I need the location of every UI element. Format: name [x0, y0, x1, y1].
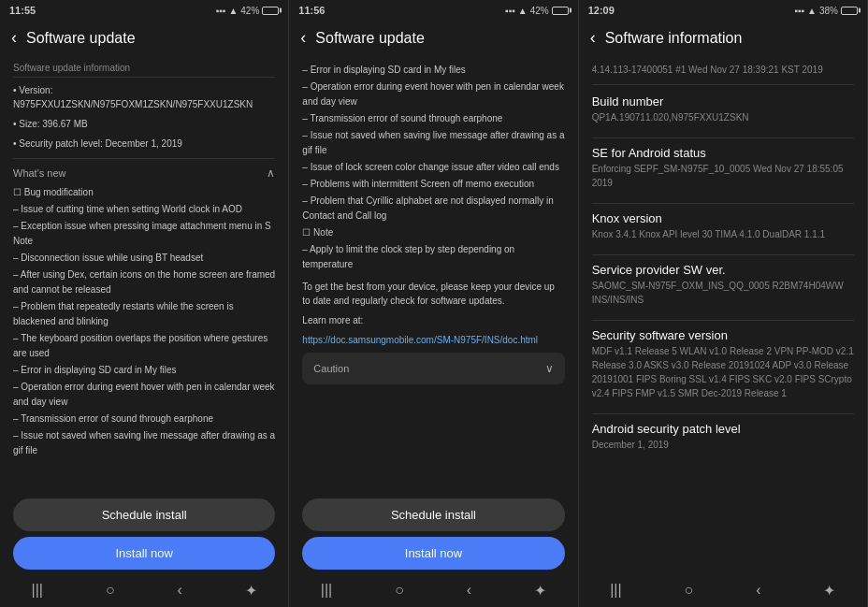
chevron-down-icon[interactable]: ∨	[545, 362, 554, 375]
learn-more-url[interactable]: https://doc.samsungmobile.com/SM-N975F/I…	[302, 333, 564, 347]
learn-more-label: Learn more at:	[302, 313, 564, 327]
divider-3d	[592, 320, 854, 321]
whats-new-header: What's new ∧	[13, 166, 275, 180]
note-item: – Operation error during event hover wit…	[13, 380, 275, 410]
title-3: Software information	[605, 30, 743, 47]
caution-section: Caution ∨	[302, 353, 564, 384]
back-button-3[interactable]: ‹	[590, 28, 596, 48]
battery-bar-2	[552, 7, 569, 15]
nav-apps-icon-2[interactable]: ✦	[534, 582, 546, 600]
divider-3e	[592, 413, 854, 414]
top-info: 4.14.113-17400051 #1 Wed Nov 27 18:39:21…	[592, 63, 854, 85]
info-row-knox: Knox version Knox 3.4.1 Knox API level 3…	[592, 211, 854, 241]
security-sw-value: MDF v1.1 Release 5 WLAN v1.0 Release 2 V…	[592, 344, 854, 400]
nav-back-icon-3[interactable]: ‹	[756, 582, 760, 599]
time-2: 11:56	[298, 5, 325, 16]
nav-menu-icon-3[interactable]: |||	[610, 582, 621, 599]
chevron-up-icon[interactable]: ∧	[267, 166, 275, 180]
content-3[interactable]: 4.14.113-17400051 #1 Wed Nov 27 18:39:21…	[579, 55, 867, 573]
install-now-button-2[interactable]: Install now	[302, 537, 564, 570]
note-item: – Error in displaying SD card in My file…	[13, 363, 275, 378]
battery-bar-3	[841, 7, 858, 15]
nav-back-icon-1[interactable]: ‹	[178, 582, 182, 599]
note-item: – Issue not saved when saving live messa…	[302, 128, 564, 158]
divider-3b	[592, 203, 854, 204]
update-notes-1: ☐ Bug modification – Issue of cutting ti…	[13, 185, 275, 458]
signal-icon-1: ▪▪▪	[216, 6, 226, 16]
note-item: – Problem that Cyrillic alphabet are not…	[302, 194, 564, 224]
wifi-icon-3: ▲	[807, 6, 817, 16]
note-item: – Issue of cutting time when setting Wor…	[13, 202, 275, 217]
nav-bar-3: ||| ○ ‹ ✦	[579, 573, 867, 607]
content-1[interactable]: Software update information • Version: N…	[0, 55, 288, 491]
nav-home-icon-1[interactable]: ○	[106, 582, 115, 599]
nav-bar-1: ||| ○ ‹ ✦	[0, 573, 288, 607]
content-2[interactable]: – Error in displaying SD card in My file…	[289, 55, 577, 491]
screen-1: 11:55 ▪▪▪ ▲ 42% ‹ Software update Softwa…	[0, 0, 289, 607]
nav-menu-icon-2[interactable]: |||	[321, 582, 332, 599]
caution-label: Caution	[313, 363, 349, 374]
security-line: • Security patch level: December 1, 2019	[13, 137, 275, 151]
status-bar-3: 12:09 ▪▪▪ ▲ 38%	[579, 0, 867, 21]
signal-icon-3: ▪▪▪	[794, 6, 804, 16]
header-1: ‹ Software update	[0, 21, 288, 55]
status-icons-1: ▪▪▪ ▲ 42%	[216, 6, 280, 16]
nav-home-icon-2[interactable]: ○	[395, 582, 404, 599]
battery-pct-1: 42%	[240, 6, 259, 16]
screen-3: 12:09 ▪▪▪ ▲ 38% ‹ Software information 4…	[579, 0, 868, 607]
note-item: – Transmission error of sound through ea…	[302, 111, 564, 126]
note-item: – Error in displaying SD card in My file…	[302, 63, 564, 78]
info-row-se: SE for Android status Enforcing SEPF_SM-…	[592, 146, 854, 190]
whats-new-label: What's new	[13, 167, 66, 179]
title-2: Software update	[315, 30, 425, 47]
service-value: SAOMC_SM-N975F_OXM_INS_QQ_0005 R2BM74H04…	[592, 279, 854, 307]
section-label-1: Software update information	[13, 63, 275, 78]
signal-icon-2: ▪▪▪	[505, 6, 515, 16]
nav-bar-2: ||| ○ ‹ ✦	[289, 573, 577, 607]
nav-home-icon-3[interactable]: ○	[685, 582, 694, 599]
knox-label: Knox version	[592, 211, 854, 225]
back-button-2[interactable]: ‹	[300, 28, 306, 48]
status-bar-1: 11:55 ▪▪▪ ▲ 42%	[0, 0, 288, 21]
service-label: Service provider SW ver.	[592, 263, 854, 277]
update-notes-2: – Error in displaying SD card in My file…	[302, 63, 564, 272]
schedule-install-button-1[interactable]: Schedule install	[13, 499, 275, 531]
nav-apps-icon-3[interactable]: ✦	[823, 582, 835, 600]
se-value: Enforcing SEPF_SM-N975F_10_0005 Wed Nov …	[592, 162, 854, 190]
schedule-install-button-2[interactable]: Schedule install	[302, 499, 564, 531]
note-item: – Problem that repeatedly restarts while…	[13, 299, 275, 329]
divider-1	[13, 158, 275, 159]
security-sw-label: Security software version	[592, 328, 854, 342]
status-bar-2: 11:56 ▪▪▪ ▲ 42%	[289, 0, 577, 21]
wifi-icon-2: ▲	[518, 6, 528, 16]
status-icons-3: ▪▪▪ ▲ 38%	[794, 6, 858, 16]
buttons-area-1: Schedule install Install now	[0, 491, 288, 573]
nav-back-icon-2[interactable]: ‹	[467, 582, 471, 599]
note-item: – The keyboard position overlaps the pos…	[13, 331, 275, 361]
nav-menu-icon-1[interactable]: |||	[31, 582, 42, 599]
info-row-android-security: Android security patch level December 1,…	[592, 422, 854, 452]
status-icons-2: ▪▪▪ ▲ 42%	[505, 6, 569, 16]
back-button-1[interactable]: ‹	[11, 28, 17, 48]
nav-apps-icon-1[interactable]: ✦	[245, 582, 257, 600]
header-2: ‹ Software update	[289, 21, 577, 55]
note-item: – Operation error during event hover wit…	[302, 79, 564, 109]
header-3: ‹ Software information	[579, 21, 867, 55]
note-item: – Disconnection issue while using BT hea…	[13, 251, 275, 266]
note-item: – Problems with intermittent Screen off …	[302, 177, 564, 192]
info-row-service: Service provider SW ver. SAOMC_SM-N975F_…	[592, 263, 854, 307]
note-item: ☐ Note	[302, 225, 564, 240]
build-value: QP1A.190711.020,N975FXXU1ZSKN	[592, 110, 854, 124]
note-item: – Apply to limit the clock step by step …	[302, 242, 564, 272]
se-label: SE for Android status	[592, 146, 854, 160]
note-item: ☐ Bug modification	[13, 185, 275, 200]
note-item: – Issue of lock screen color change issu…	[302, 160, 564, 175]
screen-2: 11:56 ▪▪▪ ▲ 42% ‹ Software update – Erro…	[289, 0, 578, 607]
version-line: • Version: N975FXXU1ZSKN/N975FOXM1ZSKN/N…	[13, 83, 275, 111]
keep-updated-text: To get the best from your device, please…	[302, 280, 564, 308]
wifi-icon-1: ▲	[228, 6, 238, 16]
divider-3a	[592, 137, 854, 138]
install-now-button-1[interactable]: Install now	[13, 537, 275, 570]
battery-bar-1	[262, 7, 279, 15]
build-label: Build number	[592, 94, 854, 108]
